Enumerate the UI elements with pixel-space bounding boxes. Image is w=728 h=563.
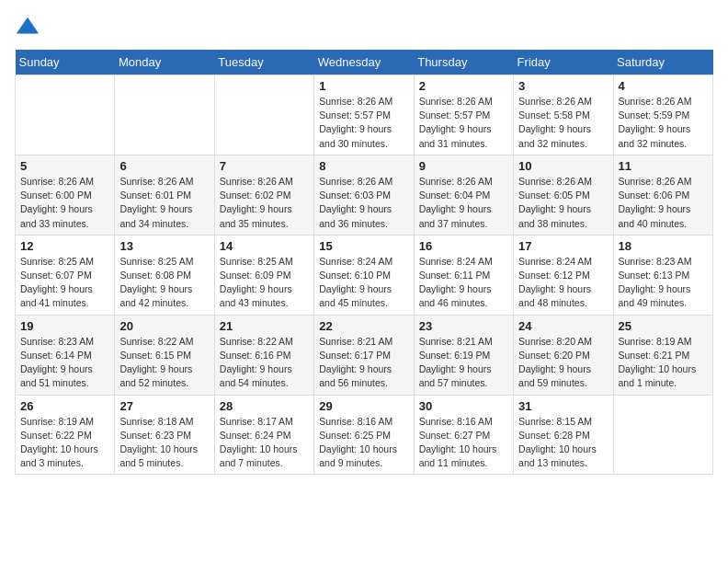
calendar-cell: 15Sunrise: 8:24 AM Sunset: 6:10 PM Dayli… [314,235,414,315]
cell-daylight-info: Sunrise: 8:26 AM Sunset: 6:02 PM Dayligh… [220,175,309,231]
cell-daylight-info: Sunrise: 8:26 AM Sunset: 6:06 PM Dayligh… [619,175,708,231]
day-number: 24 [518,319,608,333]
day-number: 31 [518,399,608,413]
day-header-tuesday: Tuesday [214,50,313,75]
calendar-cell: 18Sunrise: 8:23 AM Sunset: 6:13 PM Dayli… [613,235,712,315]
calendar-cell: 4Sunrise: 8:26 AM Sunset: 5:59 PM Daylig… [613,75,712,155]
day-number: 25 [619,319,708,333]
calendar-cell: 19Sunrise: 8:23 AM Sunset: 6:14 PM Dayli… [16,315,115,395]
day-number: 8 [319,159,408,173]
calendar-cell: 23Sunrise: 8:21 AM Sunset: 6:19 PM Dayli… [414,315,513,395]
day-number: 1 [319,79,408,93]
cell-daylight-info: Sunrise: 8:23 AM Sunset: 6:13 PM Dayligh… [619,255,708,311]
day-number: 27 [119,399,209,413]
cell-daylight-info: Sunrise: 8:19 AM Sunset: 6:21 PM Dayligh… [619,335,708,391]
cell-daylight-info: Sunrise: 8:26 AM Sunset: 6:00 PM Dayligh… [20,175,109,231]
calendar-cell: 5Sunrise: 8:26 AM Sunset: 6:00 PM Daylig… [16,155,115,235]
calendar-week-row: 12Sunrise: 8:25 AM Sunset: 6:07 PM Dayli… [16,235,713,315]
cell-daylight-info: Sunrise: 8:25 AM Sunset: 6:09 PM Dayligh… [220,255,309,311]
calendar-cell: 20Sunrise: 8:22 AM Sunset: 6:15 PM Dayli… [115,315,214,395]
calendar-cell: 8Sunrise: 8:26 AM Sunset: 6:03 PM Daylig… [314,155,414,235]
calendar-cell [16,75,115,155]
calendar-cell [115,75,214,155]
cell-daylight-info: Sunrise: 8:26 AM Sunset: 5:59 PM Dayligh… [619,95,708,151]
day-number: 16 [419,239,508,253]
calendar-cell: 16Sunrise: 8:24 AM Sunset: 6:11 PM Dayli… [414,235,513,315]
day-number: 7 [220,159,309,173]
cell-daylight-info: Sunrise: 8:26 AM Sunset: 6:04 PM Dayligh… [419,175,508,231]
calendar-cell: 26Sunrise: 8:19 AM Sunset: 6:22 PM Dayli… [16,395,115,475]
cell-daylight-info: Sunrise: 8:20 AM Sunset: 6:20 PM Dayligh… [518,335,608,391]
day-number: 14 [220,239,309,253]
day-number: 12 [20,239,109,253]
day-header-saturday: Saturday [613,50,712,75]
day-header-friday: Friday [514,50,613,75]
calendar-cell: 13Sunrise: 8:25 AM Sunset: 6:08 PM Dayli… [115,235,214,315]
day-number: 22 [319,319,408,333]
cell-daylight-info: Sunrise: 8:18 AM Sunset: 6:23 PM Dayligh… [119,415,209,471]
calendar-week-row: 1Sunrise: 8:26 AM Sunset: 5:57 PM Daylig… [16,75,713,155]
calendar-table: SundayMondayTuesdayWednesdayThursdayFrid… [15,50,713,475]
cell-daylight-info: Sunrise: 8:25 AM Sunset: 6:08 PM Dayligh… [119,255,209,311]
calendar-cell: 27Sunrise: 8:18 AM Sunset: 6:23 PM Dayli… [115,395,214,475]
day-number: 30 [419,399,508,413]
calendar-cell: 25Sunrise: 8:19 AM Sunset: 6:21 PM Dayli… [613,315,712,395]
cell-daylight-info: Sunrise: 8:26 AM Sunset: 5:57 PM Dayligh… [319,95,408,151]
calendar-cell: 29Sunrise: 8:16 AM Sunset: 6:25 PM Dayli… [314,395,414,475]
calendar-cell: 9Sunrise: 8:26 AM Sunset: 6:04 PM Daylig… [414,155,513,235]
calendar-cell: 3Sunrise: 8:26 AM Sunset: 5:58 PM Daylig… [514,75,613,155]
day-number: 3 [518,79,608,93]
page-header [15,15,713,40]
day-number: 4 [619,79,708,93]
calendar-week-row: 5Sunrise: 8:26 AM Sunset: 6:00 PM Daylig… [16,155,713,235]
calendar-cell: 17Sunrise: 8:24 AM Sunset: 6:12 PM Dayli… [514,235,613,315]
day-number: 5 [20,159,109,173]
cell-daylight-info: Sunrise: 8:16 AM Sunset: 6:25 PM Dayligh… [319,415,408,471]
cell-daylight-info: Sunrise: 8:26 AM Sunset: 5:57 PM Dayligh… [419,95,508,151]
logo-icon [15,15,40,40]
calendar-cell: 24Sunrise: 8:20 AM Sunset: 6:20 PM Dayli… [514,315,613,395]
day-number: 11 [619,159,708,173]
logo [15,15,44,40]
day-header-thursday: Thursday [414,50,513,75]
calendar-cell [214,75,313,155]
day-header-sunday: Sunday [16,50,115,75]
calendar-cell: 6Sunrise: 8:26 AM Sunset: 6:01 PM Daylig… [115,155,214,235]
calendar-header-row: SundayMondayTuesdayWednesdayThursdayFrid… [16,50,713,75]
cell-daylight-info: Sunrise: 8:17 AM Sunset: 6:24 PM Dayligh… [220,415,309,471]
calendar-cell: 28Sunrise: 8:17 AM Sunset: 6:24 PM Dayli… [214,395,313,475]
cell-daylight-info: Sunrise: 8:15 AM Sunset: 6:28 PM Dayligh… [518,415,608,471]
day-number: 20 [119,319,209,333]
cell-daylight-info: Sunrise: 8:26 AM Sunset: 5:58 PM Dayligh… [518,95,608,151]
day-number: 29 [319,399,408,413]
calendar-cell: 10Sunrise: 8:26 AM Sunset: 6:05 PM Dayli… [514,155,613,235]
cell-daylight-info: Sunrise: 8:24 AM Sunset: 6:12 PM Dayligh… [518,255,608,311]
calendar-cell: 14Sunrise: 8:25 AM Sunset: 6:09 PM Dayli… [214,235,313,315]
calendar-week-row: 26Sunrise: 8:19 AM Sunset: 6:22 PM Dayli… [16,395,713,475]
cell-daylight-info: Sunrise: 8:26 AM Sunset: 6:03 PM Dayligh… [319,175,408,231]
calendar-week-row: 19Sunrise: 8:23 AM Sunset: 6:14 PM Dayli… [16,315,713,395]
calendar-cell: 21Sunrise: 8:22 AM Sunset: 6:16 PM Dayli… [214,315,313,395]
day-number: 6 [119,159,209,173]
calendar-cell: 1Sunrise: 8:26 AM Sunset: 5:57 PM Daylig… [314,75,414,155]
day-number: 13 [119,239,209,253]
cell-daylight-info: Sunrise: 8:16 AM Sunset: 6:27 PM Dayligh… [419,415,508,471]
calendar-cell [613,395,712,475]
cell-daylight-info: Sunrise: 8:22 AM Sunset: 6:15 PM Dayligh… [119,335,209,391]
cell-daylight-info: Sunrise: 8:19 AM Sunset: 6:22 PM Dayligh… [20,415,109,471]
day-header-wednesday: Wednesday [314,50,414,75]
day-number: 18 [619,239,708,253]
day-number: 17 [518,239,608,253]
calendar-cell: 12Sunrise: 8:25 AM Sunset: 6:07 PM Dayli… [16,235,115,315]
calendar-cell: 7Sunrise: 8:26 AM Sunset: 6:02 PM Daylig… [214,155,313,235]
calendar-cell: 22Sunrise: 8:21 AM Sunset: 6:17 PM Dayli… [314,315,414,395]
cell-daylight-info: Sunrise: 8:22 AM Sunset: 6:16 PM Dayligh… [220,335,309,391]
calendar-cell: 11Sunrise: 8:26 AM Sunset: 6:06 PM Dayli… [613,155,712,235]
cell-daylight-info: Sunrise: 8:26 AM Sunset: 6:05 PM Dayligh… [518,175,608,231]
cell-daylight-info: Sunrise: 8:21 AM Sunset: 6:19 PM Dayligh… [419,335,508,391]
day-number: 15 [319,239,408,253]
day-number: 23 [419,319,508,333]
day-header-monday: Monday [115,50,214,75]
cell-daylight-info: Sunrise: 8:25 AM Sunset: 6:07 PM Dayligh… [20,255,109,311]
day-number: 2 [419,79,508,93]
